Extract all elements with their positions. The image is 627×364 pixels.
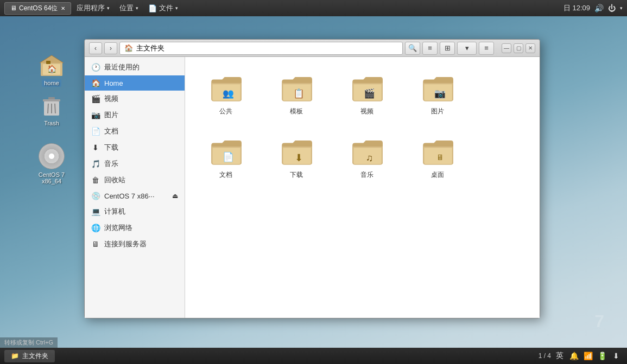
file-label-5: 下载 xyxy=(290,170,303,180)
sidebar-trash-label: 回收站 xyxy=(104,175,125,185)
sidebar-item-download[interactable]: ⬇ 下载 xyxy=(85,139,185,156)
volume-icon[interactable]: 🔊 xyxy=(594,4,604,12)
file-item-3[interactable]: 📷 图片 xyxy=(408,68,467,120)
file-item-7[interactable]: 🖥 桌面 xyxy=(408,131,467,184)
sidebar-item-home[interactable]: 🏠 Home xyxy=(85,75,185,91)
places-menu-btn[interactable]: 位置 ▾ xyxy=(115,2,143,14)
eject-icon[interactable]: ⏏ xyxy=(172,192,178,200)
apps-menu-label: 应用程序 xyxy=(77,3,105,13)
file-label-2: 视频 xyxy=(360,107,373,116)
tray-icon-3[interactable]: 🔋 xyxy=(597,350,607,361)
file-item-1[interactable]: 📋 模板 xyxy=(267,68,326,120)
file-label-7: 桌面 xyxy=(431,170,444,180)
sidebar-download-icon: ⬇ xyxy=(91,143,100,152)
sidebar-item-doc[interactable]: 📄 文档 xyxy=(85,123,185,139)
sidebar-item-computer[interactable]: 💻 计算机 xyxy=(85,203,185,220)
file-item-2[interactable]: 🎬 视频 xyxy=(337,68,397,120)
centos-watermark: 7 xyxy=(594,311,605,331)
fm-menu-btn[interactable]: ≡ xyxy=(479,42,494,55)
bottom-window-tab[interactable]: 📁 主文件夹 xyxy=(4,350,55,362)
sidebar-item-trash[interactable]: 🗑 回收站 xyxy=(85,172,185,188)
file-item-6[interactable]: ♫ 音乐 xyxy=(337,131,397,184)
fm-content: 👥 公共 📋 模板 🎬 视频 📷 图片 xyxy=(185,57,540,318)
svg-line-9 xyxy=(48,104,48,113)
fm-search-btn[interactable]: 🔍 xyxy=(405,42,420,55)
svg-text:📷: 📷 xyxy=(434,88,446,99)
sidebar-video-label: 视频 xyxy=(104,94,118,104)
sidebar-item-recent[interactable]: 🕐 最近使用的 xyxy=(85,59,185,75)
sidebar-item-video[interactable]: 🎬 视频 xyxy=(85,91,185,107)
sidebar-music-label: 音乐 xyxy=(104,159,118,169)
fm-list-view-btn[interactable]: ≡ xyxy=(422,42,438,55)
fm-close-btn[interactable]: ✕ xyxy=(525,43,535,53)
file-label-6: 音乐 xyxy=(360,170,373,180)
file-label-3: 图片 xyxy=(431,107,444,116)
file-menu-btn[interactable]: 📄 文件 ▾ xyxy=(144,2,182,14)
folder-icon-6: ♫ xyxy=(350,136,384,167)
fm-toolbar-right: 🔍 ≡ ⊞ ▾ ≡ — ▢ ✕ xyxy=(405,42,535,55)
power-icon[interactable]: ⏻ xyxy=(608,4,616,12)
file-label-4: 文档 xyxy=(219,170,232,180)
fm-minimize-btn[interactable]: — xyxy=(502,43,511,53)
clock: 日 12:09 xyxy=(563,3,590,13)
tray-icon-2[interactable]: 📶 xyxy=(582,350,593,361)
tray-input-icon[interactable]: 英 xyxy=(554,350,565,361)
sidebar-doc-icon: 📄 xyxy=(91,127,100,136)
sidebar-item-music[interactable]: 🎵 音乐 xyxy=(85,156,185,172)
bottom-tab-label: 主文件夹 xyxy=(22,352,48,361)
file-item-4[interactable]: 📄 文档 xyxy=(196,131,256,184)
svg-text:📋: 📋 xyxy=(293,88,305,99)
svg-text:⬇: ⬇ xyxy=(295,152,303,163)
folder-icon-3: 📷 xyxy=(420,72,455,104)
file-item-5[interactable]: ⬇ 下载 xyxy=(267,131,326,184)
svg-text:♫: ♫ xyxy=(366,152,373,163)
fm-back-btn[interactable]: ‹ xyxy=(89,42,102,54)
sidebar-photo-icon: 📷 xyxy=(91,111,100,119)
page-count: 1 / 4 xyxy=(539,352,551,360)
taskbar-bottom: 📁 主文件夹 1 / 4 英 🔔 📶 🔋 ⬇ xyxy=(0,348,627,364)
trash-folder-icon xyxy=(39,92,65,118)
sidebar-item-disc[interactable]: 💿 CentOS 7 x86··· ⏏ xyxy=(85,188,185,203)
home-icon-label: home xyxy=(42,79,61,87)
sidebar-item-network[interactable]: 🌐 浏览网络 xyxy=(85,220,185,236)
svg-text:🏠: 🏠 xyxy=(47,65,57,74)
folder-icon-0: 👥 xyxy=(208,72,243,104)
sidebar-item-photo[interactable]: 📷 图片 xyxy=(85,107,185,123)
tray-icon-4[interactable]: ⬇ xyxy=(611,350,622,361)
desktop-trash-icon[interactable]: Trash xyxy=(30,90,73,129)
desktop-disc-icon[interactable]: CentOS 7 x86_64 xyxy=(30,141,73,187)
sidebar-home-icon: 🏠 xyxy=(91,79,100,87)
sidebar-item-server[interactable]: 🖥 连接到服务器 xyxy=(85,236,185,252)
home-folder-icon: 🏠 xyxy=(39,51,65,77)
file-item-0[interactable]: 👥 公共 xyxy=(196,68,256,120)
fm-maximize-btn[interactable]: ▢ xyxy=(514,43,523,53)
sidebar-download-label: 下载 xyxy=(104,143,118,152)
centos-tab[interactable]: 🖥 CentOS 64位 ✕ xyxy=(4,2,71,15)
fm-grid-view-btn[interactable]: ⊞ xyxy=(440,42,455,55)
tray-icon-1[interactable]: 🔔 xyxy=(568,350,579,361)
address-text: 主文件夹 xyxy=(136,43,164,53)
fm-sort-btn[interactable]: ▾ xyxy=(457,42,477,55)
folder-icon-7: 🖥 xyxy=(420,136,455,167)
sidebar-video-icon: 🎬 xyxy=(91,94,100,103)
svg-rect-7 xyxy=(43,99,60,101)
hint-label: 转移或复制 Ctrl+G xyxy=(4,339,53,346)
folder-icon-2: 🎬 xyxy=(350,72,384,104)
sidebar-recent-icon: 🕐 xyxy=(91,63,100,72)
desktop-home-icon[interactable]: 🏠 home xyxy=(30,49,73,89)
fm-forward-btn[interactable]: › xyxy=(104,42,117,54)
sidebar-music-icon: 🎵 xyxy=(91,159,100,168)
folder-icon-1: 📋 xyxy=(279,72,314,104)
svg-line-11 xyxy=(55,104,55,113)
file-manager-window: ‹ › 🏠 主文件夹 🔍 ≡ ⊞ ▾ ≡ — ▢ ✕ 🕐 最近使用的 🏠 Hom… xyxy=(84,39,540,318)
svg-text:📄: 📄 xyxy=(223,151,234,163)
fm-address-bar[interactable]: 🏠 主文件夹 xyxy=(119,42,403,55)
sidebar-server-label: 连接到服务器 xyxy=(104,239,147,249)
file-menu-label: 文件 xyxy=(159,3,173,13)
disc-icon-label: CentOS 7 x86_64 xyxy=(32,171,71,184)
sidebar-computer-icon: 💻 xyxy=(91,207,100,216)
hint-text: 转移或复制 Ctrl+G xyxy=(0,337,58,348)
apps-menu-btn[interactable]: 应用程序 ▾ xyxy=(72,2,114,14)
file-label-1: 模板 xyxy=(290,107,303,116)
svg-rect-3 xyxy=(46,61,50,64)
